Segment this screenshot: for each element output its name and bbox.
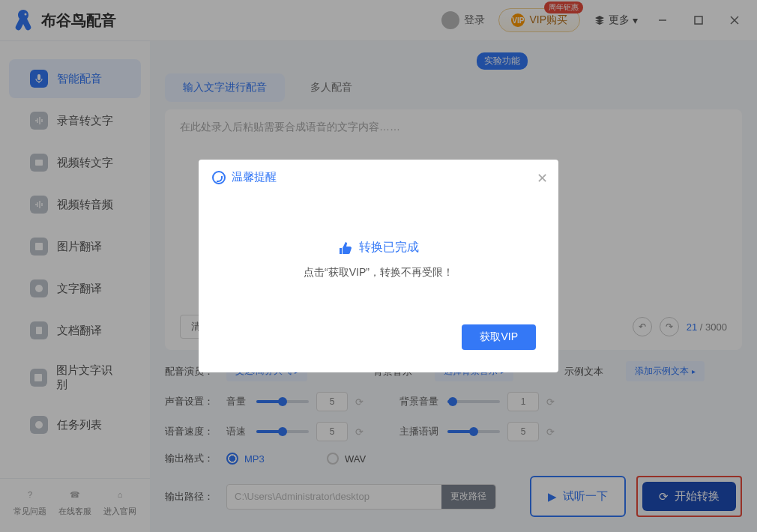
modal-actions: 获取VIP bbox=[221, 324, 536, 350]
modal-overlay: 温馨提醒 ✕ 转换已完成 点击“获取VIP”，转换不再受限！ 获取VIP bbox=[0, 0, 757, 532]
modal-header: 温馨提醒 bbox=[199, 160, 558, 195]
modal-message: 点击“获取VIP”，转换不再受限！ bbox=[221, 266, 536, 279]
get-vip-button[interactable]: 获取VIP bbox=[462, 324, 536, 350]
status-text: 转换已完成 bbox=[359, 240, 419, 256]
modal-dialog: 温馨提醒 ✕ 转换已完成 点击“获取VIP”，转换不再受限！ 获取VIP bbox=[199, 160, 558, 372]
modal-status: 转换已完成 bbox=[221, 240, 536, 256]
modal-close-button[interactable]: ✕ bbox=[537, 170, 548, 187]
modal-body: 转换已完成 点击“获取VIP”，转换不再受限！ 获取VIP bbox=[199, 195, 558, 372]
modal-title: 温馨提醒 bbox=[232, 170, 277, 184]
smile-icon bbox=[212, 171, 226, 184]
thumbs-up-icon bbox=[338, 241, 353, 256]
